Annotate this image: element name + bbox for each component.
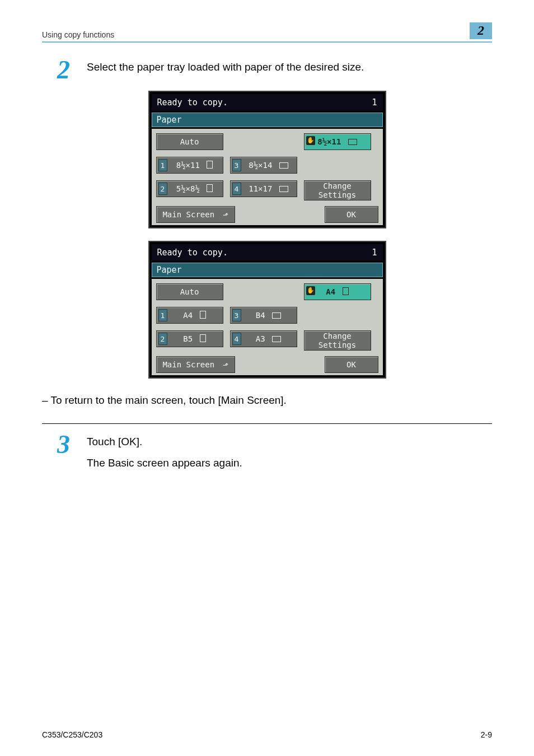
orientation-landscape-icon xyxy=(279,186,288,192)
panel-title: Paper xyxy=(152,263,383,277)
hand-icon: ✋ xyxy=(306,286,315,295)
tray-2-size: B5 xyxy=(183,334,193,343)
up-arrow-icon: ⬏ xyxy=(223,211,228,219)
tray-2-size: 5½×8½ xyxy=(176,184,200,193)
status-text: Ready to copy. xyxy=(157,97,228,108)
tray-number: 4 xyxy=(232,183,241,195)
orientation-landscape-icon xyxy=(272,336,281,342)
orientation-landscape-icon xyxy=(279,162,288,169)
change-label-2: Settings xyxy=(318,190,356,199)
tray-number: 2 xyxy=(158,333,167,345)
change-settings-button[interactable]: Change Settings xyxy=(304,180,371,200)
tray-number: 3 xyxy=(232,309,241,321)
tray-4-size: A3 xyxy=(256,334,265,343)
auto-button[interactable]: Auto xyxy=(156,133,223,150)
section-title: Using copy functions xyxy=(42,30,114,39)
tray-1-button[interactable]: 1 A4 xyxy=(156,307,223,324)
tray-number: 2 xyxy=(158,183,167,195)
main-screen-label: Main Screen xyxy=(162,360,214,369)
tray-number: 3 xyxy=(232,159,241,171)
tray-number: 1 xyxy=(158,309,167,321)
printer-screen-us: Ready to copy. 1 Paper Auto ✋ 8½×11 1 8½… xyxy=(148,91,386,228)
section-rule xyxy=(42,423,492,424)
tray-2-button[interactable]: 2 B5 xyxy=(156,330,223,347)
step-2-number: 2 xyxy=(42,57,70,83)
copy-count: 1 xyxy=(372,248,377,258)
orientation-landscape-icon xyxy=(272,312,281,319)
tray-1-size: 8½×11 xyxy=(176,161,200,170)
tray-3-size: 8½×14 xyxy=(249,161,272,170)
orientation-portrait-icon xyxy=(200,334,206,342)
footer-model: C353/C253/C203 xyxy=(42,730,102,739)
main-screen-button[interactable]: Main Screen ⬏ xyxy=(156,356,235,373)
header-rule xyxy=(42,41,492,43)
tray-2-button[interactable]: 2 5½×8½ xyxy=(156,180,223,197)
bypass-tray-button[interactable]: ✋ 8½×11 xyxy=(304,133,371,150)
bypass-tray-button[interactable]: ✋ A4 xyxy=(304,283,371,300)
tray-1-size: A4 xyxy=(183,311,193,320)
step-3-text: Touch [OK]. xyxy=(87,434,492,450)
hand-icon: ✋ xyxy=(306,136,315,145)
status-text: Ready to copy. xyxy=(157,248,228,258)
change-label-1: Change xyxy=(323,181,352,190)
orientation-portrait-icon xyxy=(200,311,206,319)
ok-button[interactable]: OK xyxy=(325,356,378,373)
tray-3-size: B4 xyxy=(256,311,265,320)
tray-4-size: 11×17 xyxy=(249,184,272,193)
tray-1-button[interactable]: 1 8½×11 xyxy=(156,157,223,174)
tray-3-button[interactable]: 3 8½×14 xyxy=(230,157,297,174)
panel-title: Paper xyxy=(152,113,383,127)
orientation-portrait-icon xyxy=(207,161,213,169)
tray-4-button[interactable]: 4 11×17 xyxy=(230,180,297,197)
step-3-subtext: The Basic screen appears again. xyxy=(87,455,492,471)
main-screen-label: Main Screen xyxy=(162,210,214,219)
step-3-number: 3 xyxy=(42,432,70,458)
tray-number: 1 xyxy=(158,159,167,171)
change-settings-button[interactable]: Change Settings xyxy=(304,330,371,351)
selected-size: 8½×11 xyxy=(317,137,341,146)
tray-number: 4 xyxy=(232,333,241,345)
change-label-1: Change xyxy=(323,332,352,340)
orientation-portrait-icon xyxy=(343,287,349,295)
ok-button[interactable]: OK xyxy=(325,206,378,223)
note-main-screen: To return to the main screen, touch [Mai… xyxy=(42,394,492,407)
printer-screen-iso: Ready to copy. 1 Paper Auto ✋ A4 1 A4 xyxy=(148,241,386,379)
up-arrow-icon: ⬏ xyxy=(223,361,228,369)
orientation-landscape-icon xyxy=(348,139,357,145)
footer-page: 2-9 xyxy=(481,730,492,739)
selected-size: A4 xyxy=(326,287,335,296)
main-screen-button[interactable]: Main Screen ⬏ xyxy=(156,206,235,223)
copy-count: 1 xyxy=(372,97,377,108)
chapter-number: 2 xyxy=(470,22,492,39)
orientation-portrait-icon xyxy=(207,184,213,192)
step-2-text: Select the paper tray loaded with paper … xyxy=(87,59,492,75)
auto-button[interactable]: Auto xyxy=(156,283,223,300)
tray-3-button[interactable]: 3 B4 xyxy=(230,307,297,324)
change-label-2: Settings xyxy=(318,340,356,349)
tray-4-button[interactable]: 4 A3 xyxy=(230,330,297,347)
